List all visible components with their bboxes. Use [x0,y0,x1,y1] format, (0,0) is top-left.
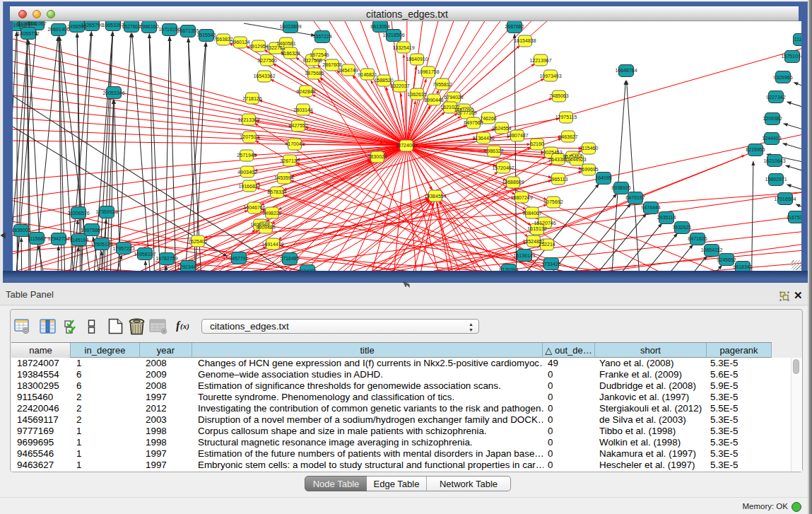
svg-text:11124: 11124 [794,37,801,42]
svg-text:8938926: 8938926 [611,185,630,190]
svg-text:12923446: 12923446 [177,264,199,269]
svg-text:10958107: 10958107 [134,252,155,257]
svg-text:2867608: 2867608 [322,62,341,67]
svg-text:9909489: 9909489 [256,225,275,230]
svg-text:3267130: 3267130 [280,158,299,163]
svg-text:1453594: 1453594 [274,175,293,180]
svg-text:3960124: 3960124 [230,40,249,45]
svg-text:20691406: 20691406 [47,27,69,32]
svg-text:21364436: 21364436 [472,136,494,141]
svg-text:20053346: 20053346 [102,90,124,95]
svg-text:3341057: 3341057 [27,21,46,26]
svg-text:8990448: 8990448 [424,98,443,103]
svg-text:8322037: 8322037 [390,83,409,88]
svg-text:8427552: 8427552 [288,123,307,128]
svg-text:16648784: 16648784 [615,68,637,73]
svg-text:1588520: 1588520 [374,78,393,83]
svg-text:9457791: 9457791 [229,256,248,261]
svg-text:2571945: 2571945 [237,153,256,158]
svg-text:7986322: 7986322 [484,148,503,153]
svg-text:2803144: 2803144 [293,107,312,112]
svg-text:12213369: 12213369 [237,117,259,122]
svg-text:62160: 62160 [530,141,544,146]
svg-text:14265799: 14265799 [81,23,102,28]
svg-text:2718126: 2718126 [242,96,261,101]
svg-text:9777169: 9777169 [457,110,476,115]
svg-text:8578334: 8578334 [267,189,286,194]
svg-text:1835001: 1835001 [13,228,31,233]
svg-text:17359928: 17359928 [95,209,117,214]
svg-text:16120746: 16120746 [534,221,555,226]
svg-text:9934221: 9934221 [298,269,317,271]
svg-text:4903402: 4903402 [237,170,257,175]
svg-text:12505135: 12505135 [90,242,112,247]
svg-text:16671355: 16671355 [177,28,199,33]
svg-text:8813054: 8813054 [370,24,389,29]
svg-text:2935114: 2935114 [657,215,676,220]
svg-text:9115460: 9115460 [579,146,599,151]
svg-text:17957223: 17957223 [112,246,134,251]
svg-text:6479197: 6479197 [625,195,645,200]
svg-text:8215955: 8215955 [746,147,765,152]
svg-text:12942737: 12942737 [47,236,69,241]
svg-text:17016504: 17016504 [774,197,796,201]
svg-text:19384554: 19384554 [424,194,446,199]
svg-text:19166827: 19166827 [238,184,260,189]
svg-text:18807249: 18807249 [510,195,532,200]
svg-text:1444923: 1444923 [567,157,586,162]
svg-text:1145194: 1145194 [70,238,89,243]
svg-text:10688609: 10688609 [502,180,524,185]
svg-text:15136141: 15136141 [513,253,535,258]
svg-text:12975115: 12975115 [555,115,577,119]
svg-text:9474444: 9474444 [641,205,660,210]
svg-text:15720407: 15720407 [492,165,514,170]
svg-text:2830029: 2830029 [367,154,387,159]
svg-text:1322751: 1322751 [266,45,285,50]
svg-text:1965113: 1965113 [549,177,568,182]
svg-text:1733426: 1733426 [541,262,560,267]
svg-text:10046766: 10046766 [243,205,265,210]
svg-text:10653267: 10653267 [102,23,124,28]
svg-text:1167534: 1167534 [787,215,801,220]
svg-text:7632621: 7632621 [672,225,691,230]
svg-text:5716485: 5716485 [280,256,299,261]
svg-text:16914479: 16914479 [261,242,283,247]
svg-text:19218506: 19218506 [382,33,404,37]
svg-text:12213967: 12213967 [529,58,551,63]
svg-text:1972546: 1972546 [310,52,329,57]
svg-text:8120394: 8120394 [499,267,518,271]
svg-text:10961758: 10961758 [417,69,439,74]
svg-text:9242848: 9242848 [296,89,315,94]
svg-text:1075692: 1075692 [543,199,563,204]
svg-text:9084067: 9084067 [522,211,541,216]
svg-text:18724007: 18724007 [395,143,417,148]
svg-text:16210643: 16210643 [763,158,785,163]
svg-text:8454749: 8454749 [339,68,358,73]
svg-text:9463627: 9463627 [558,134,577,139]
svg-text:10025453: 10025453 [540,150,562,155]
svg-text:6966160: 6966160 [139,24,158,29]
svg-text:13325419: 13325419 [392,45,414,50]
svg-text:164095: 164095 [595,175,611,180]
svg-text:9245652: 9245652 [717,257,736,262]
svg-text:7357224: 7357224 [312,34,331,39]
svg-text:15751074: 15751074 [781,54,801,59]
svg-text:1362615: 1362615 [407,92,426,97]
svg-text:1527602: 1527602 [122,24,141,29]
svg-text:20206576: 20206576 [67,211,89,216]
svg-text:3875685: 3875685 [305,71,324,76]
svg-text:1115682: 1115682 [28,236,46,241]
svg-text:2687682: 2687682 [505,24,524,29]
svg-text:1209382: 1209382 [763,116,782,121]
svg-text:7955812: 7955812 [433,82,452,87]
svg-text:9699695: 9699695 [579,167,598,172]
svg-text:6497568: 6497568 [464,120,483,125]
svg-text:6794028: 6794028 [444,95,463,100]
svg-text:252214: 252214 [539,242,555,247]
svg-text:10654112: 10654112 [701,247,723,252]
svg-text:1615132: 1615132 [527,226,546,231]
svg-text:9146821: 9146821 [358,72,377,77]
svg-text:9498222: 9498222 [262,211,281,216]
svg-text:(x): (x) [180,322,189,331]
svg-text:4170041: 4170041 [285,141,304,146]
